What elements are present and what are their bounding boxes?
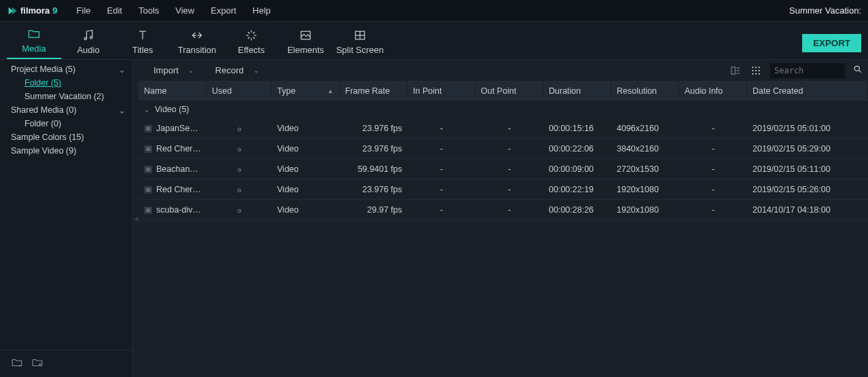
grid-icon [333, 29, 387, 43]
cell-resolution: 3840x2160 [611, 144, 679, 154]
menu-edit[interactable]: Edit [101, 3, 129, 18]
col-datecreated[interactable]: Date Created [747, 82, 868, 100]
tree-sample-video[interactable]: Sample Video (9) [0, 144, 132, 158]
transition-icon [170, 29, 224, 43]
menubar: filmora9 File Edit Tools View Export Hel… [0, 0, 868, 22]
import-dropdown[interactable]: Import ⌄ [144, 62, 203, 78]
svg-point-8 [752, 70, 753, 71]
table-row[interactable]: ▣Red Cherry...Video23.976 fps--00:00:22:… [139, 139, 868, 159]
cell-name: ▣Red Cherry... [139, 184, 206, 194]
tab-label: Titles [132, 45, 153, 55]
new-folder-icon[interactable] [11, 357, 23, 371]
cell-used [206, 185, 272, 194]
tab-label: Audio [77, 45, 99, 55]
brand-text: filmora [20, 5, 50, 16]
tab-transition[interactable]: Transition [170, 29, 224, 59]
tree-sample-colors[interactable]: Sample Colors (15) [0, 130, 132, 144]
cell-duration: 00:00:22:06 [543, 144, 611, 154]
cell-duration: 00:00:15:16 [543, 124, 611, 133]
menu-tools[interactable]: Tools [132, 3, 166, 18]
cell-type: Video [272, 185, 340, 194]
col-name[interactable]: Name [139, 82, 206, 100]
cell-inpoint: - [408, 164, 475, 174]
panel-splitter[interactable]: ◂ [133, 60, 139, 377]
table-row[interactable]: ▣Beachand...Video59.9401 fps--00:00:09:0… [139, 159, 868, 179]
col-framerate[interactable]: Frame Rate [340, 82, 408, 100]
group-video[interactable]: ⌄ Video (5) [139, 101, 868, 118]
cell-resolution: 2720x1530 [611, 164, 679, 174]
menu-export[interactable]: Export [204, 3, 243, 18]
clip-icon: ▣ [144, 205, 152, 215]
cell-datecreated: 2019/02/15 05:26:00 [747, 185, 868, 194]
chevron-down-icon: ⌄ [253, 67, 259, 74]
cell-audioinfo: - [679, 124, 747, 133]
col-resolution[interactable]: Resolution [611, 82, 679, 100]
svg-point-9 [755, 70, 757, 71]
col-duration[interactable]: Duration [543, 82, 611, 100]
tab-effects[interactable]: Effects [224, 29, 278, 59]
search-input[interactable] [770, 63, 845, 78]
chevron-down-icon: ⌄ [188, 67, 194, 74]
tree-shared-folder[interactable]: Folder (0) [0, 117, 132, 130]
grid-view-toggle[interactable] [750, 65, 762, 77]
cell-used [206, 144, 272, 154]
tab-splitscreen[interactable]: Split Screen [333, 29, 387, 59]
project-title: Summer Vacation: [789, 5, 861, 16]
col-used[interactable]: Used [206, 82, 272, 100]
tab-audio[interactable]: Audio [61, 29, 115, 59]
menu-view[interactable]: View [168, 3, 201, 18]
tree-shared-media[interactable]: Shared Media (0) ⌄ [0, 103, 132, 117]
tree-folder[interactable]: Folder (5) [0, 76, 132, 90]
table-header: Name Used Type▲ Frame Rate In Point Out … [139, 82, 868, 101]
table-row[interactable]: ▣scuba-dive...Video29.97 fps--00:00:28:2… [139, 200, 868, 220]
brand-suffix: 9 [52, 5, 57, 16]
export-button[interactable]: EXPORT [802, 34, 861, 52]
clip-icon: ▣ [144, 144, 152, 154]
cell-name: ▣scuba-dive... [139, 204, 206, 215]
tab-media[interactable]: Media [7, 27, 61, 59]
col-inpoint[interactable]: In Point [408, 82, 475, 100]
col-outpoint[interactable]: Out Point [475, 82, 543, 100]
tree-project-media[interactable]: Project Media (5) ⌄ [0, 62, 132, 76]
cell-outpoint: - [475, 164, 543, 174]
import-label: Import [153, 65, 179, 75]
cell-name: ▣JapanSeaD... [139, 123, 206, 133]
tab-elements[interactable]: Elements [278, 29, 333, 59]
content-toolbar: Import ⌄ Record ⌄ [139, 60, 868, 82]
menu-items: File Edit Tools View Export Help [70, 3, 278, 18]
col-audioinfo[interactable]: Audio Info [679, 82, 747, 100]
search-icon[interactable] [853, 65, 863, 76]
cell-audioinfo: - [679, 144, 747, 154]
clip-icon: ▣ [144, 124, 152, 133]
cell-outpoint: - [475, 205, 543, 215]
menu-help[interactable]: Help [246, 3, 278, 18]
svg-point-14 [854, 66, 859, 71]
delete-folder-icon[interactable] [31, 357, 43, 371]
cell-framerate: 23.976 fps [340, 124, 408, 133]
cell-audioinfo: - [679, 205, 747, 215]
cell-datecreated: 2019/02/15 05:01:00 [747, 124, 868, 133]
tree-label: Summer Vacation (2) [24, 92, 104, 101]
tab-label: Media [22, 43, 46, 54]
cell-used [206, 124, 272, 133]
tab-titles[interactable]: Titles [115, 29, 170, 59]
record-dropdown[interactable]: Record ⌄ [206, 62, 268, 78]
list-view-toggle[interactable] [729, 65, 742, 77]
cell-inpoint: - [408, 124, 475, 133]
col-type[interactable]: Type▲ [272, 82, 340, 100]
table-row[interactable]: ▣Red Cherry...Video23.976 fps--00:00:22:… [139, 179, 868, 200]
svg-point-12 [755, 73, 757, 74]
cell-used [206, 164, 272, 174]
menu-file[interactable]: File [70, 3, 98, 18]
svg-point-7 [759, 67, 760, 68]
svg-point-10 [759, 70, 760, 71]
cell-audioinfo: - [679, 164, 747, 174]
media-tree: Project Media (5) ⌄ Folder (5) Summer Va… [0, 60, 132, 350]
tab-label: Effects [238, 45, 265, 55]
cell-type: Video [272, 124, 340, 133]
cell-resolution: 1920x1080 [611, 185, 679, 194]
tree-summer-vacation[interactable]: Summer Vacation (2) [0, 90, 132, 103]
content: Import ⌄ Record ⌄ Name Used Typ [139, 60, 868, 377]
table-row[interactable]: ▣JapanSeaD...Video23.976 fps--00:00:15:1… [139, 118, 868, 139]
image-icon [278, 29, 333, 43]
